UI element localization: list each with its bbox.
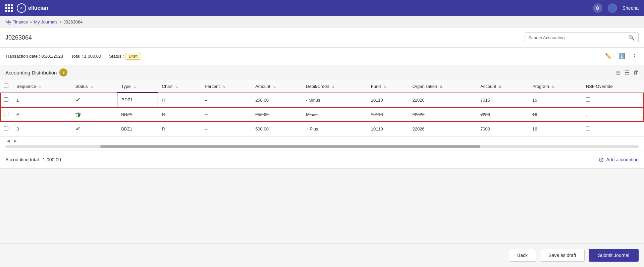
scroll-thumb[interactable] (100, 145, 480, 148)
header-program[interactable]: Program ⇅ (528, 80, 582, 93)
row-debit-credit: + Plus (302, 122, 367, 136)
row-account: 7230 (476, 107, 528, 122)
breadcrumb-sep-1: ● (30, 20, 32, 24)
breadcrumb-my-journals[interactable]: My Journals (34, 19, 57, 24)
header-amount[interactable]: Amount ⇅ (251, 80, 302, 93)
footer-row: Accounting total : 1,000.00 ⊕ Add accoun… (0, 151, 644, 169)
sort-program-icon: ⇅ (551, 85, 554, 89)
row-checkbox[interactable] (4, 126, 8, 130)
row-checkbox[interactable] (4, 112, 8, 116)
more-options-icon[interactable]: ⋮ (631, 52, 639, 61)
scroll-track[interactable] (5, 145, 639, 148)
breadcrumb: My Finance ● My Journals ● J0263064 (0, 16, 644, 28)
row-organization: 22026 (408, 122, 476, 136)
row-nsf-override (582, 93, 644, 107)
section-title: Accounting Distribution (5, 70, 57, 75)
nsf-override-checkbox[interactable] (586, 97, 590, 102)
add-circle-icon: ⊕ (598, 156, 604, 164)
row-amount: 250.00 (251, 107, 302, 122)
search-accounting-input[interactable] (528, 35, 628, 40)
table-row[interactable]: 1✔BDZ1R--250.00- Minus1011022026701516 (0, 93, 644, 107)
nsf-override-checkbox[interactable] (586, 126, 590, 130)
section-icon-columns[interactable]: ☰ (625, 69, 629, 76)
status-check-icon: ✔ (75, 125, 80, 132)
row-status: ✔ (71, 93, 117, 107)
row-organization: 22026 (408, 107, 476, 122)
row-program: 16 (528, 107, 582, 122)
header-debit-credit[interactable]: Debit/Credit ⇅ (302, 80, 367, 93)
row-fund: 10110 (367, 122, 409, 136)
section-icon-delete[interactable]: 🗑 (633, 69, 639, 76)
row-percent: -- (201, 122, 251, 136)
row-nsf-override (582, 107, 644, 122)
horizontal-scrollbar[interactable]: ◀ ▶ (0, 137, 644, 151)
status-label: Status : (109, 54, 124, 59)
settings-icon[interactable]: ⚙ (593, 3, 602, 13)
row-percent: -- (201, 93, 251, 107)
row-sequence: 3 (12, 122, 71, 136)
header-fund[interactable]: Fund ⇅ (367, 80, 409, 93)
header-account[interactable]: Account ⇅ (476, 80, 528, 93)
table-row[interactable]: 3✔BDZ1R--500.00+ Plus1011022026700016 (0, 122, 644, 136)
total-value: 1,000.00 (84, 54, 101, 59)
row-program: 16 (528, 93, 582, 107)
status-half-icon: ◑ (75, 111, 81, 118)
scroll-right-icon[interactable]: ▶ (12, 138, 18, 144)
breadcrumb-my-finance[interactable]: My Finance (5, 19, 28, 24)
status-check-icon: ✔ (75, 97, 80, 103)
scroll-left-icon[interactable]: ◀ (5, 138, 11, 144)
row-checkbox[interactable] (4, 97, 8, 102)
header-percent[interactable]: Percent ⇅ (201, 80, 251, 93)
row-program: 16 (528, 122, 582, 136)
header-status[interactable]: Status ⇅ (71, 80, 117, 93)
app-name: ellucian (28, 5, 48, 11)
meta-actions: ✏️ ⬇️ ⋮ (604, 52, 639, 61)
status-badge: Draft (125, 53, 141, 60)
row-sequence: 2 (12, 107, 71, 122)
row-fund: 10110 (367, 93, 409, 107)
row-debit-credit: - Minus (302, 93, 367, 107)
accounting-total-label: Accounting total : 1,000.00 (5, 157, 61, 162)
app-grid-icon[interactable] (5, 4, 13, 12)
logo-circle: e (17, 3, 26, 13)
select-all-checkbox[interactable] (4, 84, 8, 88)
sort-chart-icon: ⇅ (175, 85, 178, 89)
row-type: R (158, 107, 201, 122)
section-icon-filter[interactable]: ⊟ (616, 69, 621, 76)
user-avatar-icon[interactable]: 👤 (608, 3, 617, 13)
table-row[interactable]: 2◑BDZ1R--250.00Minus1011022026723016 (0, 107, 644, 122)
page-title: J0263064 (5, 34, 32, 41)
header-sequence[interactable]: Sequence ⬆ (12, 80, 71, 93)
header-type[interactable]: Type ⇅ (117, 80, 158, 93)
top-navigation: e ellucian ⚙ 👤 Sheena (0, 0, 644, 16)
row-type: R (158, 122, 201, 136)
table-header-row: Sequence ⬆ Status ⇅ Type ⇅ Chart ⇅ (0, 80, 644, 93)
username-label: Sheena (623, 5, 639, 11)
header-chart[interactable]: Chart ⇅ (158, 80, 201, 93)
header-checkbox-cell[interactable] (0, 80, 12, 93)
header-nsf-override[interactable]: NSF Override (582, 80, 644, 93)
row-sequence: 1 (12, 93, 71, 107)
row-account: 7015 (476, 93, 528, 107)
breadcrumb-sep-2: ● (59, 20, 61, 24)
section-count-badge: 3 (59, 68, 67, 76)
nsf-override-checkbox[interactable] (586, 112, 590, 116)
sort-debit-credit-icon: ⇅ (331, 85, 334, 89)
transaction-date-item: Transaction date : 05/01/2023 (5, 54, 63, 59)
transaction-date-label: Transaction date : (5, 54, 40, 59)
row-status: ✔ (71, 122, 117, 136)
download-icon[interactable]: ⬇️ (617, 52, 627, 61)
sort-type-icon: ⇅ (133, 85, 136, 89)
sort-account-icon: ⇅ (499, 85, 501, 89)
row-chart: BDZ1 (117, 107, 158, 122)
row-checkbox-cell (0, 107, 12, 122)
search-accounting-box[interactable]: 🔍 (525, 32, 639, 43)
header-organization[interactable]: Organization ⇅ (408, 80, 476, 93)
search-icon[interactable]: 🔍 (628, 35, 635, 41)
edit-icon[interactable]: ✏️ (604, 52, 613, 61)
row-nsf-override (582, 122, 644, 136)
row-chart: BDZ1 (117, 122, 158, 136)
total-item: Total : 1,000.00 (71, 54, 101, 59)
add-accounting-button[interactable]: ⊕ Add accounting (598, 156, 639, 164)
section-icons: ⊟ ☰ 🗑 (616, 69, 639, 76)
